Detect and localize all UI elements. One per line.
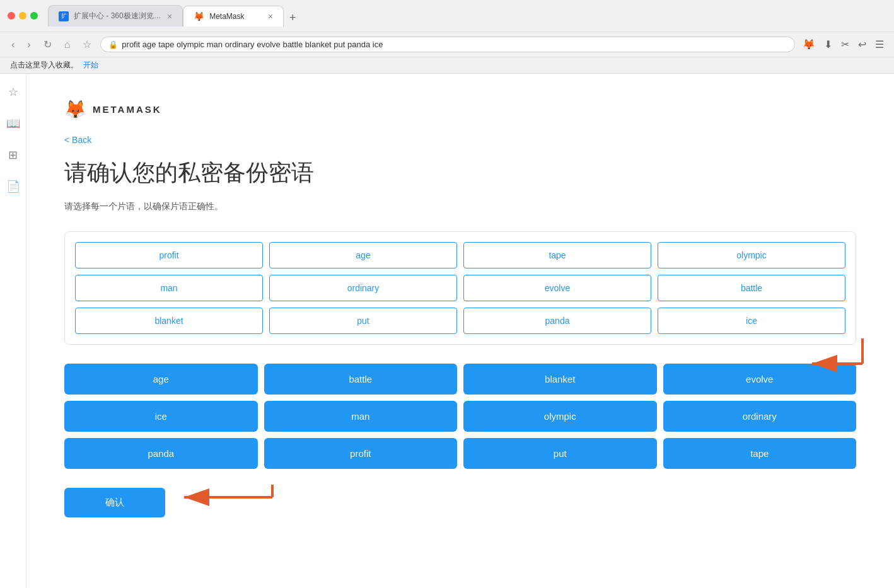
new-tab-button[interactable]: + [284,9,301,26]
bookmark-text: 点击这里导入收藏。 [10,60,78,71]
bottom-word-button[interactable]: ice [64,401,258,432]
top-word-chip[interactable]: put [269,308,457,334]
sidebar-grid-icon[interactable]: ⊞ [4,144,21,166]
cut-icon[interactable]: ✂ [839,36,852,53]
title-bar: 扩 扩展中心 - 360极速浏览器 - 小工具 × 🦊 MetaMask × + [0,0,894,32]
layout: ☆ 📖 ⊞ 📄 🦊 METAMASK < Back 请确认您的私密备份密语 请选… [0,74,894,588]
menu-icon[interactable]: ☰ [873,36,886,53]
sidebar-book-icon[interactable]: 📖 [3,113,24,134]
bottom-word-button[interactable]: profit [264,438,458,469]
bookmark-button[interactable]: ☆ [79,36,95,53]
bottom-word-button[interactable]: man [264,401,458,432]
top-word-chip[interactable]: ordinary [269,275,457,301]
top-word-chip[interactable]: evolve [463,275,651,301]
address-text: profit age tape olympic man ordinary evo… [122,40,383,49]
tab-360-close-icon[interactable]: × [167,11,172,21]
page-title: 请确认您的私密备份密语 [64,158,856,188]
bottom-word-button[interactable]: age [64,364,258,395]
favicon-360-icon: 扩 [59,11,69,21]
main-content: 🦊 METAMASK < Back 请确认您的私密备份密语 请选择每一个片语，以… [26,74,894,588]
bottom-word-button[interactable]: olympic [463,401,657,432]
top-word-chip[interactable]: ice [658,308,845,334]
bottom-word-button[interactable]: tape [663,438,857,469]
top-word-chip[interactable]: tape [463,242,651,268]
sidebar-doc-icon[interactable]: 📄 [3,176,24,197]
address-bar[interactable]: 🔒 profit age tape olympic man ordinary e… [100,37,795,52]
confirm-button[interactable]: 确认 [64,488,165,517]
top-word-chip[interactable]: profit [75,242,263,268]
bottom-word-button[interactable]: put [463,438,657,469]
minimize-button[interactable] [19,12,26,20]
bottom-word-grid: agebattleblanketevolveicemanolympicordin… [64,364,856,469]
confirm-button-area: 确认 [64,488,856,517]
metamask-logo-icon: 🦊 [64,99,86,120]
undo-icon[interactable]: ↩ [856,36,869,53]
bottom-word-button[interactable]: blanket [463,364,657,395]
back-nav-button[interactable]: ‹ [8,37,18,53]
lock-icon: 🔒 [108,40,118,49]
close-button[interactable] [8,12,15,20]
maximize-button[interactable] [30,12,38,20]
bookmark-start-link[interactable]: 开始 [83,60,98,71]
download-icon[interactable]: ⬇ [821,36,835,53]
bottom-word-button[interactable]: evolve [663,364,857,395]
top-word-grid: profitagetapeolympicmanordinaryevolvebat… [75,242,845,334]
sidebar: ☆ 📖 ⊞ 📄 [0,74,26,588]
top-word-chip[interactable]: blanket [75,308,263,334]
tab-metamask-label: MetaMask [209,12,244,21]
favicon-metamask-icon: 🦊 [194,11,204,21]
top-word-chip[interactable]: battle [658,275,845,301]
traffic-lights [8,12,38,20]
bottom-word-button[interactable]: ordinary [663,401,857,432]
tab-metamask[interactable]: 🦊 MetaMask × [183,6,284,26]
top-word-chip[interactable]: olympic [658,242,845,268]
top-word-chip[interactable]: panda [463,308,651,334]
refresh-button[interactable]: ↻ [40,36,55,53]
metamask-nav-icon[interactable]: 🦊 [800,36,818,53]
tab-360-label: 扩展中心 - 360极速浏览器 - 小工具 [74,11,162,21]
forward-nav-button[interactable]: › [23,37,34,53]
metamask-header: 🦊 METAMASK [64,99,856,120]
back-link[interactable]: < Back [64,135,856,145]
bookmark-bar: 点击这里导入收藏。 开始 [0,57,894,73]
home-button[interactable]: ⌂ [61,37,74,53]
metamask-brand-title: METAMASK [93,104,162,115]
page-subtitle: 请选择每一个片语，以确保片语正确性。 [64,201,856,212]
bottom-word-button[interactable]: battle [264,364,458,395]
browser-chrome: 扩 扩展中心 - 360极速浏览器 - 小工具 × 🦊 MetaMask × +… [0,0,894,74]
nav-bar: ‹ › ↻ ⌂ ☆ 🔒 profit age tape olympic man … [0,32,894,57]
sidebar-star-icon[interactable]: ☆ [4,81,22,103]
top-word-chip[interactable]: man [75,275,263,301]
top-word-grid-container: profitagetapeolympicmanordinaryevolvebat… [64,231,856,345]
top-word-chip[interactable]: age [269,242,457,268]
tab-metamask-close-icon[interactable]: × [268,11,273,21]
bottom-word-button[interactable]: panda [64,438,258,469]
nav-icons: 🦊 ⬇ ✂ ↩ ☰ [800,36,886,53]
tab-360[interactable]: 扩 扩展中心 - 360极速浏览器 - 小工具 × [48,5,183,26]
